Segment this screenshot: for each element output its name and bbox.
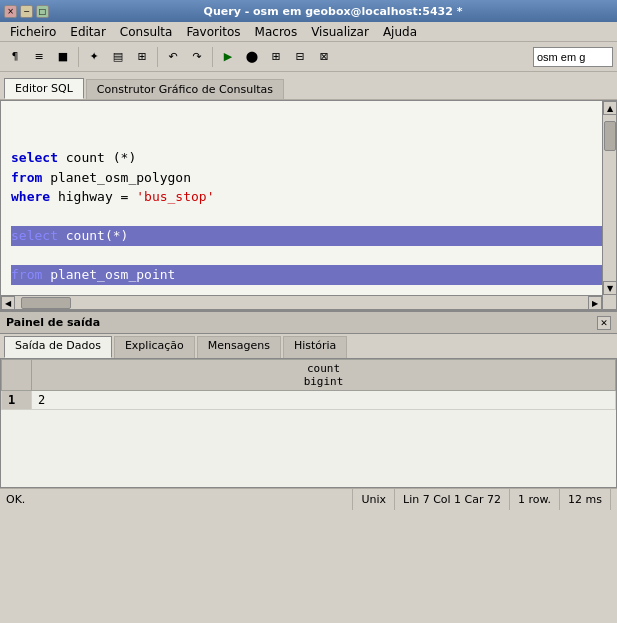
toolbar-btn-4[interactable]: ✦ (83, 46, 105, 68)
menu-ficheiro[interactable]: Ficheiro (4, 23, 62, 41)
status-encoding: Unix (353, 489, 395, 510)
menu-bar: Ficheiro Editar Consulta Favoritos Macro… (0, 22, 617, 42)
window-controls: × − □ (4, 5, 49, 18)
close-button[interactable]: × (4, 5, 17, 18)
tab-sql[interactable]: Editor SQL (4, 78, 84, 99)
editor-scrollbar-horizontal[interactable]: ◀ ▶ (1, 295, 602, 309)
editor-scrollbar-vertical[interactable]: ▲ ▼ (602, 101, 616, 309)
sql-line-3: where highway = 'bus_stop' (11, 189, 215, 204)
sql-line-5: select count(*) (11, 226, 606, 246)
sql-editor[interactable]: select count (*) from planet_osm_polygon… (0, 100, 617, 310)
menu-ajuda[interactable]: Ajuda (377, 23, 423, 41)
output-panel: Painel de saída ✕ Saída de Dados Explica… (0, 310, 617, 488)
toolbar-btn-2[interactable]: ≡ (28, 46, 50, 68)
data-table-container: countbigint 1 2 (0, 358, 617, 488)
toolbar-btn-1[interactable]: ¶ (4, 46, 26, 68)
toolbar-btn-10[interactable]: ⊟ (289, 46, 311, 68)
output-header: Painel de saída ✕ (0, 312, 617, 334)
toolbar-btn-8[interactable]: ⬤ (241, 46, 263, 68)
cell-count-1: 2 (32, 391, 616, 410)
scroll-up-arrow[interactable]: ▲ (603, 101, 617, 115)
output-close-button[interactable]: ✕ (597, 316, 611, 330)
toolbar-btn-3[interactable]: ■ (52, 46, 74, 68)
sql-line-1: select count (*) (11, 150, 136, 165)
status-position: Lin 7 Col 1 Car 72 (395, 489, 510, 510)
cell-rownum-1: 1 (2, 391, 32, 410)
scroll-down-arrow[interactable]: ▼ (603, 281, 617, 295)
scroll-thumb-h[interactable] (21, 297, 71, 309)
title-bar: × − □ Query - osm em geobox@localhost:54… (0, 0, 617, 22)
menu-macros[interactable]: Macros (249, 23, 304, 41)
status-ok: OK. (6, 489, 353, 510)
status-time: 12 ms (560, 489, 611, 510)
maximize-button[interactable]: □ (36, 5, 49, 18)
toolbar-sep-1 (78, 47, 79, 67)
sql-line-2: from planet_osm_polygon (11, 170, 191, 185)
scroll-left-arrow[interactable]: ◀ (1, 296, 15, 310)
toolbar-btn-5[interactable]: ▤ (107, 46, 129, 68)
toolbar-run[interactable]: ▶ (217, 46, 239, 68)
editor-tab-bar: Editor SQL Construtor Gráfico de Consult… (0, 72, 617, 100)
menu-consulta[interactable]: Consulta (114, 23, 179, 41)
toolbar-undo[interactable]: ↶ (162, 46, 184, 68)
menu-favoritos[interactable]: Favoritos (180, 23, 246, 41)
sql-line-blank (11, 131, 19, 146)
toolbar-search-input[interactable] (533, 47, 613, 67)
toolbar-btn-6[interactable]: ⊞ (131, 46, 153, 68)
col-header-count: countbigint (32, 360, 616, 391)
toolbar-sep-3 (212, 47, 213, 67)
toolbar-btn-11[interactable]: ⊠ (313, 46, 335, 68)
menu-editar[interactable]: Editar (64, 23, 112, 41)
toolbar-redo[interactable]: ↷ (186, 46, 208, 68)
tab-explain[interactable]: Explicação (114, 336, 195, 358)
scroll-right-arrow[interactable]: ▶ (588, 296, 602, 310)
scroll-thumb-v[interactable] (604, 121, 616, 151)
sql-line-6: from planet_osm_point (11, 265, 606, 285)
sql-content: select count (*) from planet_osm_polygon… (1, 101, 616, 310)
status-rows: 1 row. (510, 489, 560, 510)
menu-visualizar[interactable]: Visualizar (305, 23, 375, 41)
col-header-rownum (2, 360, 32, 391)
output-title: Painel de saída (6, 316, 597, 329)
sql-line-blank2 (11, 209, 19, 224)
tab-history[interactable]: História (283, 336, 347, 358)
toolbar: ¶ ≡ ■ ✦ ▤ ⊞ ↶ ↷ ▶ ⬤ ⊞ ⊟ ⊠ (0, 42, 617, 72)
window-title: Query - osm em geobox@localhost:5432 * (53, 5, 613, 18)
toolbar-btn-9[interactable]: ⊞ (265, 46, 287, 68)
tab-graphic[interactable]: Construtor Gráfico de Consultas (86, 79, 284, 99)
minimize-button[interactable]: − (20, 5, 33, 18)
toolbar-sep-2 (157, 47, 158, 67)
tab-data-output[interactable]: Saída de Dados (4, 336, 112, 358)
table-row: 1 2 (2, 391, 616, 410)
data-table: countbigint 1 2 (1, 359, 616, 410)
output-tab-bar: Saída de Dados Explicação Mensagens Hist… (0, 334, 617, 358)
tab-messages[interactable]: Mensagens (197, 336, 281, 358)
status-bar: OK. Unix Lin 7 Col 1 Car 72 1 row. 12 ms (0, 488, 617, 510)
